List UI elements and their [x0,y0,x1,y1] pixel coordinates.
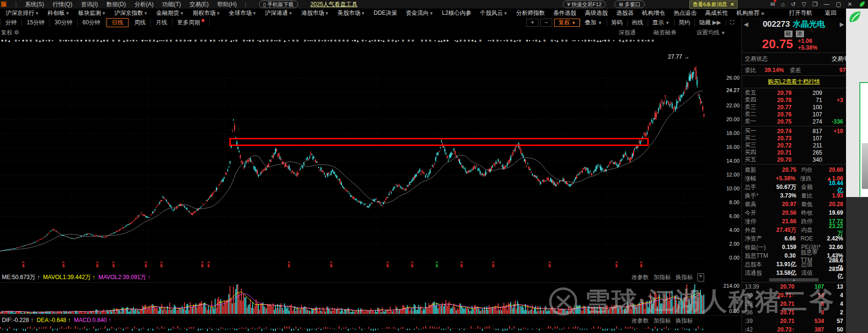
undo-icon[interactable]: ↺ [791,1,796,8]
grid-icon: ⊞ [619,1,623,8]
tabs-overflow-icon[interactable]: » [761,9,764,18]
fuquan-mode-label[interactable]: 复权 ⚙ [1,29,19,37]
chevron-down-icon: ▼ [180,11,184,16]
market-tab[interactable]: 条件选股 [553,9,576,17]
market-tab[interactable]: 个股风云▼ [480,9,508,17]
gear-icon[interactable]: ⚙ [14,29,19,36]
back-button[interactable]: 返回 [825,9,836,18]
maximize-button[interactable]: ▢ [836,1,841,8]
phone-download-button[interactable]: ▯ 手机版下载 [259,0,298,8]
home-icon[interactable]: ⌂ [781,1,784,8]
toast-close-icon[interactable]: ✕ [730,1,734,8]
prev-stock-icon[interactable]: ◀ [744,21,748,28]
period-tab-60分钟[interactable]: 60分钟 [78,19,106,27]
market-tab[interactable]: 港股市场▼ [301,9,329,17]
chips-button[interactable]: 筹码 [607,19,627,26]
fullscreen-icon[interactable]: ⛶ [726,19,739,26]
market-tab[interactable]: 期权市场▼ [193,9,220,17]
market-tab[interactable]: 金融期货▼ [156,9,184,17]
set-ma-dropdown[interactable]: 设置均线 ▼ [697,29,725,37]
market-tab[interactable]: 选股器 [616,9,633,17]
period-tab-15分钟[interactable]: 15分钟 [22,19,50,27]
period-tab-30分钟[interactable]: 30分钟 [50,19,77,27]
display-button[interactable]: 显示 ▼ [648,19,674,26]
menu-功能(T)[interactable]: 功能(T) [162,0,181,9]
market-tab[interactable]: 科创板▼ [48,9,70,17]
title-bar: 版 | 系统(S)行情(Q)资讯(I)数据(D)分析(A)功能(T)交易(E)帮… [0,0,868,9]
menu-交易(E)[interactable]: 交易(E) [190,0,209,9]
close-pane-icon[interactable]: ✕ [697,273,704,281]
market-tab[interactable]: 美股市场▼ [337,9,365,17]
macd-chart[interactable] [0,325,706,333]
zoom-in-button[interactable]: + [526,19,538,27]
period-tab-更多周期[interactable]: 更多周期 [172,19,210,27]
market-tab[interactable]: 高级选股 [585,9,608,17]
adjust-price-button[interactable]: 复权 ▼ [554,19,580,27]
buy-l2-link[interactable]: 购买L2查看十档行情 [768,78,820,86]
market-tab[interactable]: 机构增仓 [642,9,665,17]
market-tab[interactable]: DDE决策 [374,9,397,17]
drawn-highlight-rectangle[interactable] [229,138,649,146]
market-tab[interactable]: 资金流向▼ [406,9,434,17]
order-book-row: 买三20.72211 [742,142,846,149]
stock-name: 水晶光电 [793,19,825,30]
market-tab[interactable]: 高成长性 [705,9,728,17]
zoom-out-button[interactable]: − [540,19,552,27]
overlay-button[interactable]: 叠加 ▼ [580,19,606,26]
price-axis-label: 0.00 [708,255,739,260]
market-tab[interactable]: 板块监测▼ [78,9,106,17]
quick-trade-button[interactable]: ¥ 快速交易F12 [563,0,606,8]
mail-icon[interactable]: ✉ [770,1,775,8]
switch-indicator-link[interactable]: 换指标 [675,317,693,325]
close-button[interactable]: ✕ [847,1,852,8]
new-message-toast[interactable]: 查看6条新消息 ✕ [689,0,738,9]
volume-chart[interactable] [0,282,706,315]
next-stock-icon[interactable]: ▶ [840,21,844,28]
add-indicator-link[interactable]: 加指标 [654,273,671,281]
period-tab-周线[interactable]: 周线 [129,19,151,27]
promo-link[interactable]: 2025人气看盘工具 [311,0,358,9]
market-tab[interactable]: 分析师指数 [516,9,545,17]
multi-window-button[interactable]: ⊞ 多窗口 [614,0,644,8]
add-indicator-link[interactable]: 加指标 [654,317,671,325]
sub-toolbar: 复权 ⚙ 深股通 融资融券 设置均线 ▼ [0,28,741,37]
menu-帮助(H)[interactable]: 帮助(H) [217,0,237,9]
open-navigation-button[interactable]: 打开导航 [789,9,812,18]
simple-mode-button[interactable]: 简约 [674,19,695,26]
tick-list[interactable]: 13:3920.7010713:3020.71↑144:3320.7164:36… [742,282,846,333]
switch-indicator-link[interactable]: 换指标 [675,273,693,281]
menu-资讯(I)[interactable]: 资讯(I) [81,0,97,9]
windows-icon[interactable]: ❐ [813,1,818,8]
hide-button[interactable]: 隐藏 ▶▶ [695,19,726,26]
market-tab[interactable]: 沪深京指数▼ [114,9,148,17]
minimize-button[interactable]: — [824,1,830,8]
macd-label-row: DIF:-0.228 ↑ DEA:-0.648 ↑ MACD:0.840 ↑ 改… [0,315,741,325]
market-tab[interactable]: 沪深京排行▼ [6,9,39,17]
margin-trading-label[interactable]: 融资融券 [654,29,676,37]
draw-line-button[interactable]: 画线 [627,19,648,26]
menu-行情(Q)[interactable]: 行情(Q) [53,0,72,9]
tick-row: 13:3920.7010713 [742,282,846,291]
period-tab-日线[interactable]: 日线 [107,18,129,27]
dividend-marker-icon: ^$ [111,261,116,267]
panel-resize-handle[interactable]: ▲ [742,277,846,282]
shengutong-label[interactable]: 深股通 [619,29,636,37]
ma-value-tag: 24.27 [708,87,739,93]
market-tab[interactable]: 热点追击 [674,9,697,17]
period-tab-分钟[interactable]: 分钟 [0,19,22,27]
market-tab[interactable]: L2核心内参 [442,9,471,17]
market-tab[interactable]: 沪深港通▼ [265,9,293,17]
menu-系统(S)[interactable]: 系统(S) [25,0,44,9]
change-param-link[interactable]: 改参数 [632,317,649,325]
market-tab[interactable]: 机构推荐 [737,9,760,17]
menu-数据(D)[interactable]: 数据(D) [107,0,126,9]
dividend-marker-icon: ^$ [614,261,619,267]
background-window-edge [859,82,868,197]
change-param-link[interactable]: 改参数 [632,273,649,281]
period-tab-月线[interactable]: 月线 [151,19,172,27]
skin-icon[interactable]: ▽ [802,1,806,8]
menu-分析(A)[interactable]: 分析(A) [134,0,153,9]
main-candlestick-chart[interactable] [0,37,706,273]
market-tab[interactable]: 全球市场▼ [229,9,257,17]
price-axis-label: 6.00 [708,213,739,219]
